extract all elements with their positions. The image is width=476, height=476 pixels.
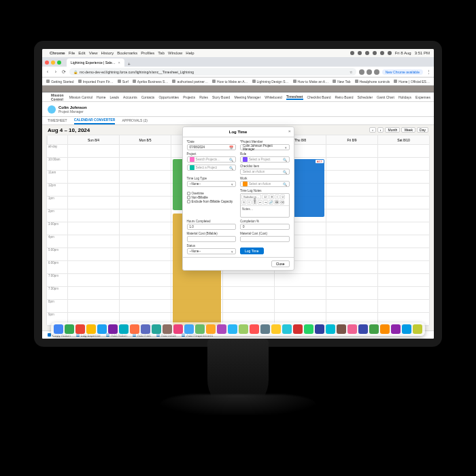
nonbillable-checkbox[interactable]: Non-Billable — [187, 196, 237, 199]
window-zoom-button[interactable] — [57, 61, 61, 65]
address-bar[interactable]: 🔒 mc-demo-dev-ed.lightning.force.com/lig… — [69, 68, 356, 75]
rte-size-select[interactable]: 12 — [262, 194, 269, 199]
chrome-update-pill[interactable]: New Chrome available — [382, 69, 423, 75]
hours-input[interactable]: 1.0 — [187, 224, 237, 230]
dock-app-icon[interactable] — [141, 324, 150, 334]
cal-prev-button[interactable]: ‹ — [369, 127, 376, 133]
nav-item[interactable]: Roles — [199, 95, 208, 99]
completion-input[interactable]: 0 — [240, 224, 290, 230]
dock-app-icon[interactable] — [337, 324, 346, 334]
menubar-app-name[interactable]: Chrome — [50, 51, 65, 55]
exclude-capacity-checkbox[interactable]: Exclude from Billable Capacity — [187, 200, 237, 203]
timelogtype-select[interactable]: --None-- ▾ — [187, 181, 237, 187]
dock-app-icon[interactable] — [391, 324, 401, 334]
dock-app-icon[interactable] — [413, 324, 422, 334]
rte-numlist-icon[interactable]: ≣ — [252, 200, 257, 205]
star-bookmark-icon[interactable]: ☆ — [350, 70, 352, 74]
nav-item[interactable]: Whiteboard — [265, 95, 282, 99]
dock-app-icon[interactable] — [97, 324, 107, 334]
rte-italic-icon[interactable]: I — [275, 194, 279, 199]
menu-view[interactable]: View — [89, 51, 98, 55]
dock-app-icon[interactable] — [152, 324, 161, 334]
dock-app-icon[interactable] — [250, 324, 259, 334]
menu-history[interactable]: History — [101, 51, 114, 55]
dock-app-icon[interactable] — [293, 324, 303, 334]
extension-icon[interactable] — [374, 69, 379, 75]
app-launcher-icon[interactable] — [46, 95, 47, 100]
material-billable-input[interactable] — [187, 236, 237, 242]
new-tab-button[interactable]: + — [126, 62, 133, 67]
menu-edit[interactable]: Edit — [78, 51, 85, 55]
chrome-menu-icon[interactable]: ⋮ — [426, 69, 431, 75]
nav-item[interactable]: Meeting Manager — [234, 95, 260, 99]
bookmark-item[interactable]: Home | Official ES… — [394, 80, 430, 84]
dock-app-icon[interactable] — [347, 324, 357, 334]
menubar-time[interactable]: 3:51 PM — [415, 51, 430, 55]
dock-app-icon[interactable] — [206, 324, 216, 334]
nav-item[interactable]: Mission Control — [69, 95, 92, 99]
dock-app-icon[interactable] — [369, 324, 379, 334]
project-select-secondary[interactable]: Select a Project 🔍 — [187, 165, 237, 171]
rte-link-icon[interactable]: 🔗 — [269, 200, 273, 205]
bookmark-item[interactable]: Headphone controls — [355, 80, 390, 84]
nav-item[interactable]: Expenses — [415, 95, 430, 99]
subtab-timesheet[interactable]: TIMESHEET — [48, 118, 67, 124]
rte-strike-icon[interactable]: S — [241, 200, 246, 205]
status-icon[interactable] — [365, 51, 369, 55]
nav-item[interactable]: Accounts — [123, 95, 137, 99]
overtime-checkbox[interactable]: Overtime — [187, 192, 237, 195]
nav-item[interactable]: Projects — [183, 95, 195, 99]
dock-app-icon[interactable] — [65, 324, 74, 334]
status-icon[interactable] — [350, 51, 354, 55]
bookmark-item[interactable]: Aprika Business S… — [133, 80, 169, 84]
dock-app-icon[interactable] — [75, 324, 85, 334]
rte-image-icon[interactable]: 🖼 — [274, 200, 279, 205]
tab-close-icon[interactable]: × — [118, 61, 120, 65]
modal-close-icon[interactable]: × — [288, 129, 291, 133]
rte-clear-icon[interactable]: ⌫ — [279, 200, 284, 205]
day-column-mon[interactable] — [119, 145, 171, 326]
nav-item[interactable]: Checklist Board — [307, 95, 331, 99]
dock-app-icon[interactable] — [184, 324, 194, 334]
menu-file[interactable]: File — [69, 51, 75, 55]
day-column-sat[interactable] — [377, 145, 429, 326]
cal-next-button[interactable]: › — [377, 127, 384, 133]
dock-app-icon[interactable] — [173, 324, 183, 334]
extension-icon[interactable] — [367, 69, 372, 75]
nav-item[interactable]: Opportunities — [158, 95, 179, 99]
log-time-button[interactable]: Log Time — [240, 248, 264, 254]
cal-view-week[interactable]: Week — [401, 127, 415, 133]
rte-underline-icon[interactable]: U — [280, 194, 285, 199]
rte-bold-icon[interactable]: B — [269, 194, 274, 199]
bookmark-item[interactable]: New Tab — [333, 80, 350, 84]
bookmark-item[interactable]: How to Make an A… — [212, 80, 248, 84]
role-search-input[interactable]: Select a Project 🔍 — [240, 156, 290, 163]
dock-app-icon[interactable] — [195, 324, 205, 334]
work-select[interactable]: Select an Action 🔍 — [240, 181, 290, 187]
dock-app-icon[interactable] — [304, 324, 313, 334]
dock-app-icon[interactable] — [271, 324, 281, 334]
status-select[interactable]: --None-- ▾ — [187, 248, 237, 254]
notes-rte-editor[interactable]: Salesforce… 12 B I U S ≡ ≣ ⇤ — [240, 193, 290, 218]
dock-app-icon[interactable] — [402, 324, 411, 334]
dock-app-icon[interactable] — [239, 324, 248, 334]
dock-app-icon[interactable] — [217, 324, 226, 334]
status-icon[interactable] — [358, 51, 362, 55]
battery-icon[interactable] — [380, 51, 384, 55]
window-minimize-button[interactable] — [51, 61, 55, 65]
nav-item[interactable]: Holidays — [398, 95, 411, 99]
day-column-fri[interactable] — [326, 145, 377, 326]
control-center-icon[interactable] — [388, 51, 392, 55]
extension-icon[interactable] — [359, 69, 364, 75]
project-member-select[interactable]: Colin Johnson Project Manager ▾ — [240, 144, 290, 150]
bookmark-item[interactable]: Surf — [118, 80, 129, 84]
checklist-select[interactable]: Select an Action 🔍 — [240, 169, 290, 175]
dock-app-icon[interactable] — [228, 324, 237, 334]
menu-help[interactable]: Help — [186, 51, 194, 55]
nav-item[interactable]: Contacts — [141, 95, 155, 99]
dock-app-icon[interactable] — [326, 324, 335, 334]
bookmark-item[interactable]: Getting Started — [46, 80, 74, 84]
subtab-calendar-converter[interactable]: CALENDAR CONVERTER — [74, 118, 116, 124]
browser-tab-active[interactable]: Lightning Experience | Sale… × — [67, 58, 124, 67]
dock-app-icon[interactable] — [108, 324, 118, 334]
